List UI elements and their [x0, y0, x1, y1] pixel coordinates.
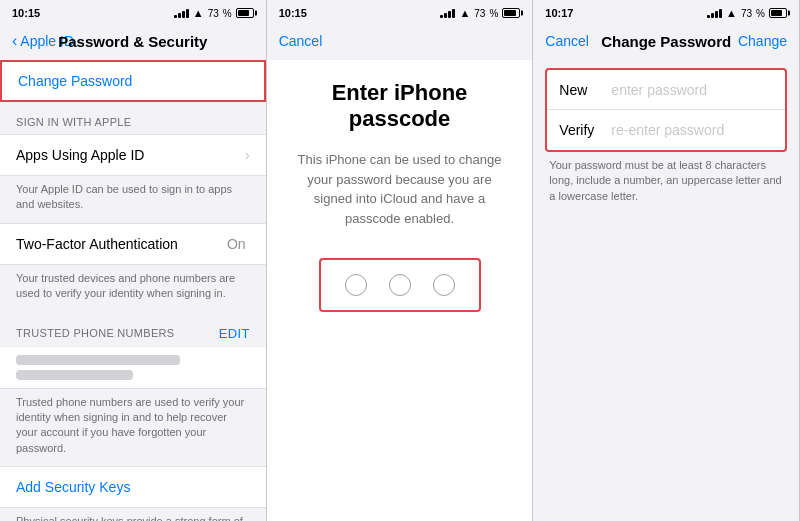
new-password-label: New — [559, 82, 611, 98]
panel-password-security: 10:15 ▲ 73% ‹ Apple ID Password & Securi… — [0, 0, 267, 521]
two-factor-cell[interactable]: Two-Factor Authentication On — [0, 223, 266, 265]
wifi-icon-3: ▲ — [726, 7, 737, 19]
battery-label-2: 73 — [474, 8, 485, 19]
apps-using-apple-id-cell[interactable]: Apps Using Apple ID › — [0, 134, 266, 176]
new-password-row[interactable]: New enter password — [547, 70, 785, 110]
status-time-1: 10:15 — [12, 7, 40, 19]
chevron-right-icon-apps: › — [245, 147, 250, 163]
nav-bar-3: Cancel Change Password Change — [533, 22, 799, 60]
blur-line-2 — [16, 370, 133, 380]
verify-password-input[interactable]: re-enter password — [611, 122, 773, 138]
cancel-button-3[interactable]: Cancel — [545, 33, 589, 49]
verify-password-row[interactable]: Verify re-enter password — [547, 110, 785, 150]
passcode-dot-2 — [389, 274, 411, 296]
chevron-left-icon-1: ‹ — [12, 32, 17, 50]
apps-using-apple-id-group: Apps Using Apple ID › — [0, 134, 266, 176]
status-time-3: 10:17 — [545, 7, 573, 19]
battery-icon-2 — [502, 8, 520, 18]
trusted-edit-link[interactable]: Edit — [219, 326, 250, 341]
trusted-phones-header: TRUSTED PHONE NUMBERS Edit — [0, 312, 266, 347]
nav-bar-2: Cancel — [267, 22, 533, 60]
status-bar-3: 10:17 ▲ 73% — [533, 0, 799, 22]
passcode-desc: This iPhone can be used to change your p… — [291, 150, 509, 228]
two-factor-group: Two-Factor Authentication On — [0, 223, 266, 265]
signal-icon-3 — [707, 8, 722, 18]
status-icons-2: ▲ 73% — [440, 7, 520, 19]
new-password-input[interactable]: enter password — [611, 82, 773, 98]
add-security-keys-cell[interactable]: Add Security Keys — [0, 466, 266, 508]
cancel-button-2[interactable]: Cancel — [279, 33, 323, 49]
add-security-desc: Physical security keys provide a strong … — [0, 508, 266, 521]
battery-icon-3 — [769, 8, 787, 18]
signal-icon-1 — [174, 8, 189, 18]
nav-title-3: Change Password — [601, 33, 731, 50]
sign-in-header: SIGN IN WITH APPLE — [0, 102, 266, 134]
status-time-2: 10:15 — [279, 7, 307, 19]
add-security-keys-label: Add Security Keys — [16, 479, 130, 495]
passcode-title: Enter iPhone passcode — [291, 80, 509, 132]
change-password-form: New enter password Verify re-enter passw… — [533, 68, 799, 210]
change-password-label: Change Password — [18, 73, 132, 89]
signal-icon-2 — [440, 8, 455, 18]
status-bar-2: 10:15 ▲ 73% — [267, 0, 533, 22]
panel-enter-passcode: 10:15 ▲ 73% Cancel Enter iPhone passcode… — [267, 0, 534, 521]
status-icons-3: ▲ 73% — [707, 7, 787, 19]
panel-change-password: 10:17 ▲ 73% Cancel Change Password Chang… — [533, 0, 800, 521]
passcode-dots-container[interactable] — [319, 258, 481, 312]
password-form-group: New enter password Verify re-enter passw… — [545, 68, 787, 152]
change-button-3[interactable]: Change — [738, 33, 787, 49]
two-factor-desc: Your trusted devices and phone numbers a… — [0, 265, 266, 312]
nav-title-1: Password & Security — [58, 33, 207, 50]
battery-icon-1 — [236, 8, 254, 18]
battery-label-1: 73 — [208, 8, 219, 19]
change-password-cell[interactable]: Change Password — [0, 60, 266, 102]
trusted-phone-blurred — [0, 347, 266, 389]
apps-desc: Your Apple ID can be used to sign in to … — [0, 176, 266, 223]
status-bar-1: 10:15 ▲ 73% — [0, 0, 266, 22]
blur-line-1 — [16, 355, 180, 365]
passcode-content: Enter iPhone passcode This iPhone can be… — [267, 60, 533, 521]
two-factor-value: On — [227, 236, 246, 252]
apps-using-apple-id-title: Apps Using Apple ID — [16, 147, 245, 163]
wifi-icon-1: ▲ — [193, 7, 204, 19]
passcode-dot-1 — [345, 274, 367, 296]
trusted-desc: Trusted phone numbers are used to verify… — [0, 389, 266, 467]
nav-bar-1: ‹ Apple ID Password & Security — [0, 22, 266, 60]
password-requirements-desc: Your password must be at least 8 charact… — [533, 152, 799, 210]
status-icons-1: ▲ 73% — [174, 7, 254, 19]
panel1-scroll[interactable]: Change Password SIGN IN WITH APPLE Apps … — [0, 60, 266, 521]
wifi-icon-2: ▲ — [459, 7, 470, 19]
passcode-dot-3 — [433, 274, 455, 296]
verify-password-label: Verify — [559, 122, 611, 138]
battery-label-3: 73 — [741, 8, 752, 19]
two-factor-title: Two-Factor Authentication — [16, 236, 227, 252]
